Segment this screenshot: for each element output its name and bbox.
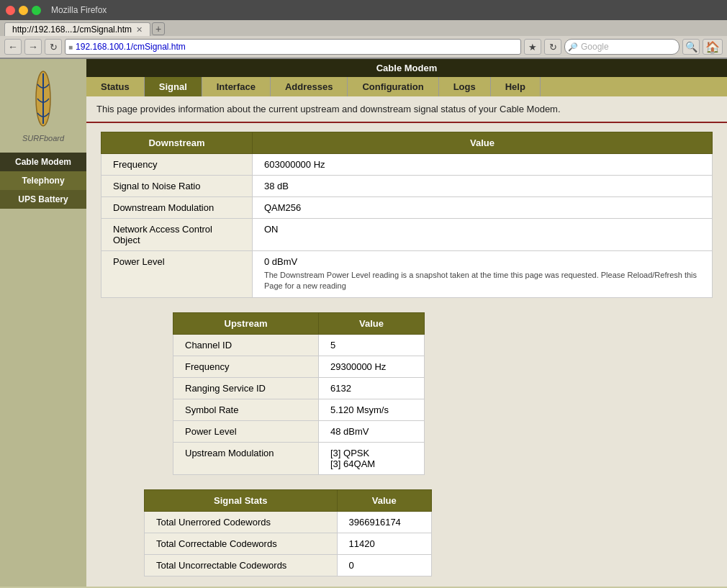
table-row: Signal to Noise Ratio 38 dB bbox=[101, 176, 713, 197]
row-value: 0 bbox=[337, 554, 431, 576]
sidebar-item-ups-battery[interactable]: UPS Battery bbox=[0, 190, 86, 209]
surfboard-logo-icon bbox=[22, 66, 65, 131]
power-note: The Downstream Power Level reading is a … bbox=[264, 270, 700, 292]
row-value-power: 0 dBmV The Downstream Power Level readin… bbox=[253, 251, 713, 298]
stats-value-header: Value bbox=[337, 489, 431, 511]
sidebar: SURFboard Cable Modem Telephony UPS Batt… bbox=[0, 59, 86, 587]
row-label: Upstream Modulation bbox=[173, 442, 319, 474]
table-row: Total Correctable Codewords 11420 bbox=[145, 533, 432, 554]
url-bar[interactable]: ■ 192.168.100.1/cmSignal.htm bbox=[65, 39, 521, 55]
downstream-header: Downstream bbox=[101, 132, 253, 154]
row-value: [3] QPSK [3] 64QAM bbox=[319, 442, 425, 474]
row-value: 38 dB bbox=[253, 176, 713, 197]
stats-table: Signal Stats Value Total Unerrored Codew… bbox=[144, 489, 432, 576]
back-button[interactable]: ← bbox=[4, 39, 22, 55]
nav-tabs: Status Signal Interface Addresses Config… bbox=[86, 77, 727, 96]
table-row: Ranging Service ID 6132 bbox=[173, 377, 425, 399]
browser-titlebar: Mozilla Firefox bbox=[0, 0, 727, 20]
row-value: 6132 bbox=[319, 377, 425, 399]
tab-signal[interactable]: Signal bbox=[145, 77, 202, 96]
downstream-section: Downstream Value Frequency 603000000 Hz … bbox=[86, 125, 727, 305]
upstream-section: Upstream Value Channel ID 5 Frequency 29… bbox=[86, 305, 727, 482]
row-label: Channel ID bbox=[173, 334, 319, 356]
tab-close-icon[interactable]: ✕ bbox=[136, 25, 143, 35]
downstream-table: Downstream Value Frequency 603000000 Hz … bbox=[101, 132, 713, 298]
browser-title: Mozilla Firefox bbox=[51, 5, 107, 15]
refresh-icon[interactable]: ↻ bbox=[544, 39, 561, 55]
row-value: ON bbox=[253, 219, 713, 251]
table-row: Upstream Modulation [3] QPSK [3] 64QAM bbox=[173, 442, 425, 474]
row-label: Network Access Control Object bbox=[101, 219, 253, 251]
table-row: Power Level 48 dBmV bbox=[173, 420, 425, 442]
tab-bar: http://192.168...1/cmSignal.htm ✕ + bbox=[0, 20, 727, 36]
row-value: 29300000 Hz bbox=[319, 356, 425, 377]
tab-interface[interactable]: Interface bbox=[202, 77, 271, 96]
minimize-button[interactable] bbox=[19, 6, 28, 15]
row-label: Signal to Noise Ratio bbox=[101, 176, 253, 197]
table-row: Channel ID 5 bbox=[173, 334, 425, 356]
search-button[interactable]: 🔍 bbox=[682, 39, 700, 55]
forward-button[interactable]: → bbox=[24, 39, 42, 55]
browser-tab[interactable]: http://192.168...1/cmSignal.htm ✕ bbox=[4, 22, 150, 36]
search-bar[interactable]: 🔎 Google bbox=[564, 39, 679, 55]
table-row: Network Access Control Object ON bbox=[101, 219, 713, 251]
new-tab-button[interactable]: + bbox=[152, 22, 165, 35]
main-area: SURFboard Cable Modem Telephony UPS Batt… bbox=[0, 59, 727, 587]
row-label: Downstream Modulation bbox=[101, 197, 253, 219]
stats-header: Signal Stats bbox=[145, 489, 338, 511]
table-row: Power Level 0 dBmV The Downstream Power … bbox=[101, 251, 713, 298]
tab-addresses[interactable]: Addresses bbox=[271, 77, 348, 96]
close-button[interactable] bbox=[6, 6, 15, 15]
row-value: QAM256 bbox=[253, 197, 713, 219]
sidebar-item-telephony[interactable]: Telephony bbox=[0, 171, 86, 190]
sidebar-nav: Cable Modem Telephony UPS Battery bbox=[0, 153, 86, 209]
search-placeholder: Google bbox=[581, 42, 609, 52]
row-value: 5.120 Msym/s bbox=[319, 399, 425, 420]
row-label: Power Level bbox=[173, 420, 319, 442]
row-value: 3966916174 bbox=[337, 511, 431, 533]
row-label: Frequency bbox=[101, 154, 253, 176]
table-row: Total Uncorrectable Codewords 0 bbox=[145, 554, 432, 576]
tab-help[interactable]: Help bbox=[491, 77, 541, 96]
power-value: 0 dBmV bbox=[264, 256, 297, 267]
upstream-header: Upstream bbox=[173, 312, 319, 334]
url-icon: ■ bbox=[68, 43, 73, 51]
sidebar-logo: SURFboard bbox=[0, 59, 86, 150]
nav-bar: ← → ↻ ■ 192.168.100.1/cmSignal.htm ★ ↻ 🔎… bbox=[0, 36, 727, 59]
row-label: Total Uncorrectable Codewords bbox=[145, 554, 338, 576]
row-label: Total Correctable Codewords bbox=[145, 533, 338, 554]
tab-label: http://192.168...1/cmSignal.htm bbox=[12, 24, 132, 35]
search-icon: 🔎 bbox=[568, 42, 578, 52]
bookmark-button[interactable]: ★ bbox=[524, 39, 541, 55]
row-label: Frequency bbox=[173, 356, 319, 377]
table-row: Frequency 603000000 Hz bbox=[101, 154, 713, 176]
logo-text: SURFboard bbox=[22, 134, 64, 143]
tab-logs[interactable]: Logs bbox=[439, 77, 491, 96]
row-label: Symbol Rate bbox=[173, 399, 319, 420]
downstream-value-header: Value bbox=[253, 132, 713, 154]
table-row: Downstream Modulation QAM256 bbox=[101, 197, 713, 219]
page-title: Cable Modem bbox=[86, 59, 727, 77]
content-area: Cable Modem Status Signal Interface Addr… bbox=[86, 59, 727, 587]
upstream-value-header: Value bbox=[319, 312, 425, 334]
tab-configuration[interactable]: Configuration bbox=[348, 77, 438, 96]
url-text: 192.168.100.1/cmSignal.htm bbox=[76, 42, 518, 52]
row-label: Ranging Service ID bbox=[173, 377, 319, 399]
row-value: 48 dBmV bbox=[319, 420, 425, 442]
tab-status[interactable]: Status bbox=[86, 77, 145, 96]
maximize-button[interactable] bbox=[32, 6, 41, 15]
page-description: This page provides information about the… bbox=[86, 96, 727, 123]
signal-stats-section: Signal Stats Value Total Unerrored Codew… bbox=[86, 482, 727, 584]
row-value: 5 bbox=[319, 334, 425, 356]
table-row: Symbol Rate 5.120 Msym/s bbox=[173, 399, 425, 420]
row-value: 603000000 Hz bbox=[253, 154, 713, 176]
home-button[interactable]: 🏠 bbox=[703, 39, 723, 55]
sidebar-item-cable-modem[interactable]: Cable Modem bbox=[0, 153, 86, 171]
reload-button[interactable]: ↻ bbox=[45, 39, 62, 55]
window-controls bbox=[6, 6, 41, 15]
table-row: Total Unerrored Codewords 3966916174 bbox=[145, 511, 432, 533]
row-label: Power Level bbox=[101, 251, 253, 298]
row-label: Total Unerrored Codewords bbox=[145, 511, 338, 533]
row-value: 11420 bbox=[337, 533, 431, 554]
table-row: Frequency 29300000 Hz bbox=[173, 356, 425, 377]
